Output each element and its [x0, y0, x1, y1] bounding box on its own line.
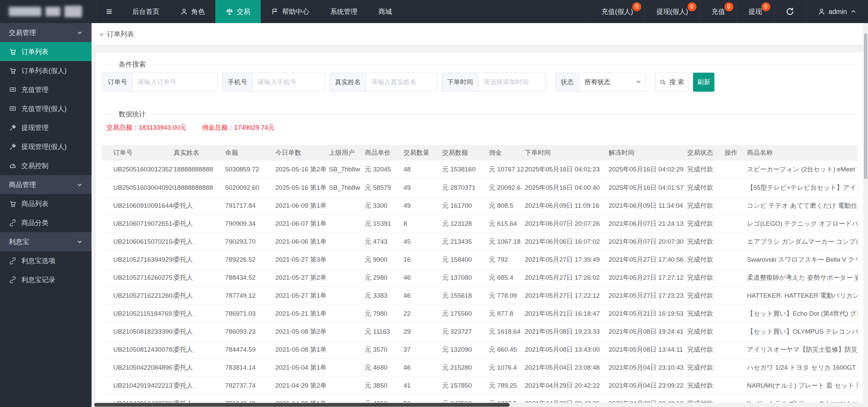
user-menu[interactable]: admin	[806, 0, 868, 23]
user-icon	[180, 8, 188, 15]
nav-withdraw-fake[interactable]: 提现(假人) 0	[645, 0, 699, 23]
cell-commission: 元 877.8	[489, 304, 525, 322]
table-header-row: 订单号真实姓名余额今日单数上级用户商品单价交易数量交易数额佣金下单时间解冻时间交…	[102, 145, 858, 161]
cell-unit-price: 元 58579	[365, 179, 403, 197]
cell-commission: 元 660.45	[489, 340, 525, 358]
cart-icon	[9, 67, 16, 74]
stats-fieldset: 数据统计 交易总额：183133943.00元 佣金总额：1749029.74元	[102, 114, 857, 140]
cell-parent-user	[329, 304, 365, 322]
cell-parent-user: SB_7hb8w	[329, 161, 365, 179]
cell-order-time: 2021年05月27日 17:26:02	[525, 269, 609, 286]
refresh-button[interactable]	[774, 0, 806, 23]
cell-product-name: 【セット買い】OLYMPUS テレコンバータ	[747, 322, 858, 340]
phone-input[interactable]	[253, 73, 324, 91]
cell-commission: 元 808.5	[489, 197, 525, 215]
cell-trade-amount: 元 155618	[442, 286, 489, 304]
column-header-today-count: 今日单数	[275, 145, 329, 161]
table-row: UB2105211518476915委托人786971.032021-05-21…	[102, 304, 858, 322]
cell-order-time: 2021年04月29日 20:42:22	[525, 376, 609, 394]
nav-item-mall[interactable]: 商城	[368, 0, 402, 23]
sidebar-group-interest-treasure[interactable]: 利息宝	[0, 232, 92, 251]
cell-order-no: UB2105271639492994	[102, 251, 174, 269]
link-icon	[9, 276, 16, 283]
nav-item-label: 商城	[378, 7, 392, 16]
sidebar-item-trade-control[interactable]: 交易控制	[0, 156, 92, 175]
cell-trade-amount: 元 123128	[442, 215, 489, 233]
cell-order-no: UB2105081243007829	[102, 340, 174, 358]
cell-real-name: 委托人	[174, 269, 225, 286]
column-header-trade-amount: 交易数额	[442, 145, 489, 161]
nav-item-help-center[interactable]: 帮助中心	[261, 0, 320, 23]
field-label: 手机号	[223, 73, 253, 91]
cell-parent-user	[329, 376, 365, 394]
horizontal-scrollbar-thumb[interactable]	[94, 403, 510, 407]
cell-unfreeze-time: 2021年05月21日 16:19:53	[609, 304, 687, 322]
sidebar-item-recharge-mgmt-fake[interactable]: 充值管理(假人)	[0, 99, 92, 118]
sidebar-group-label: 商品管理	[9, 180, 36, 189]
board-icon	[9, 105, 16, 112]
cell-parent-user	[329, 286, 365, 304]
nav-item-system[interactable]: 系统管理	[320, 0, 368, 23]
sidebar-group-trade-mgmt[interactable]: 交易管理	[0, 23, 92, 42]
sidebar-item-order-list-fake[interactable]: 订单列表(假人)	[0, 61, 92, 80]
nav-recharge[interactable]: 充值 0	[700, 0, 737, 23]
cell-balance: 790293.70	[225, 233, 275, 251]
sidebar-item-label: 提现管理	[21, 123, 48, 132]
sidebar-item-interest-records[interactable]: 利息宝记录	[0, 270, 92, 289]
cell-order-no: UB2106061507021549	[102, 233, 174, 251]
cell-commission: 元 789.25	[489, 376, 525, 394]
cell-trade-qty: 45	[403, 233, 442, 251]
horizontal-scrollbar	[92, 403, 863, 407]
cell-real-name: 委托人	[174, 376, 225, 394]
cell-parent-user	[329, 322, 365, 340]
sidebar-item-withdraw-mgmt-fake[interactable]: 提现管理(假人)	[0, 137, 92, 156]
nav-item-label: 交易	[237, 7, 250, 16]
sidebar-item-label: 订单列表(假人)	[21, 66, 66, 75]
column-header-action: 操作	[725, 145, 747, 161]
order-no-input[interactable]	[133, 73, 217, 91]
real-name-input[interactable]	[366, 73, 437, 91]
cell-real-name: 委托人	[174, 304, 225, 322]
vertical-scrollbar-thumb[interactable]	[864, 33, 867, 179]
content-card: 条件搜索 订单号 手机号 真实姓名 下单时间 状态 所有状态	[96, 53, 863, 407]
cell-trade-qty: 22	[403, 304, 442, 322]
cell-balance: 782737.74	[225, 376, 275, 394]
cell-parent-user: SB_7hb8w	[329, 179, 365, 197]
table-row: UB2106091009164406委托人791717.842021-06-09…	[102, 197, 858, 215]
cell-unit-price: 元 9900	[365, 251, 403, 269]
cell-order-no: UB2105081823339034	[102, 322, 174, 340]
sidebar-group-product-mgmt[interactable]: 商品管理	[0, 175, 92, 194]
nav-item-trade[interactable]: 交易	[215, 0, 261, 23]
table-body: UB2505160301235279188888888885030859.722…	[102, 161, 858, 407]
status-selected-value: 所有状态	[585, 78, 610, 87]
search-button[interactable]: 搜 索	[655, 73, 688, 92]
sidebar: 交易管理 订单列表 订单列表(假人) 充值管理 充值管理(假人) 提现管理	[0, 23, 92, 407]
status-select[interactable]: 状态 所有状态	[555, 73, 646, 92]
cell-today-count: 2021-05-04 第1单	[275, 358, 329, 376]
nav-item-home[interactable]: 后台首页	[122, 0, 170, 23]
cell-action	[725, 233, 747, 251]
sidebar-item-recharge-mgmt[interactable]: 充值管理	[0, 80, 92, 99]
nav-recharge-fake[interactable]: 充值(假人) 0	[590, 0, 645, 23]
cell-unfreeze-time: 2021年06月07日 20:07:30	[609, 233, 687, 251]
sidebar-item-withdraw-mgmt[interactable]: 提现管理	[0, 118, 92, 137]
nav-item-roles[interactable]: 角色	[170, 0, 215, 23]
cell-unit-price: 元 3300	[365, 197, 403, 215]
sidebar-item-product-category[interactable]: 商品分类	[0, 213, 92, 232]
cell-unfreeze-time: 2021年06月09日 11:34:04	[609, 197, 687, 215]
menu-toggle-icon[interactable]: ≡	[97, 0, 122, 23]
nav-withdraw[interactable]: 提现 0	[737, 0, 774, 23]
cell-trade-status: 完成付款	[687, 340, 725, 358]
sidebar-item-label: 订单列表	[21, 47, 48, 56]
sidebar-item-label: 商品列表	[21, 199, 48, 208]
cell-unfreeze-time: 2021年05月04日 23:09:22	[609, 376, 687, 394]
sidebar-item-interest-options[interactable]: 利息宝选项	[0, 251, 92, 270]
cart-icon	[9, 48, 16, 55]
order-time-input[interactable]	[478, 73, 546, 91]
sidebar-item-product-list[interactable]: 商品列表	[0, 194, 92, 213]
sidebar-item-order-list[interactable]: 订单列表	[0, 42, 92, 61]
refresh-list-button[interactable]: 刷新	[693, 73, 714, 92]
cell-today-count: 2025-05-16 第1单	[275, 179, 329, 197]
cell-commission: 元 1618.64	[489, 322, 525, 340]
cell-trade-amount: 元 323727	[442, 322, 489, 340]
